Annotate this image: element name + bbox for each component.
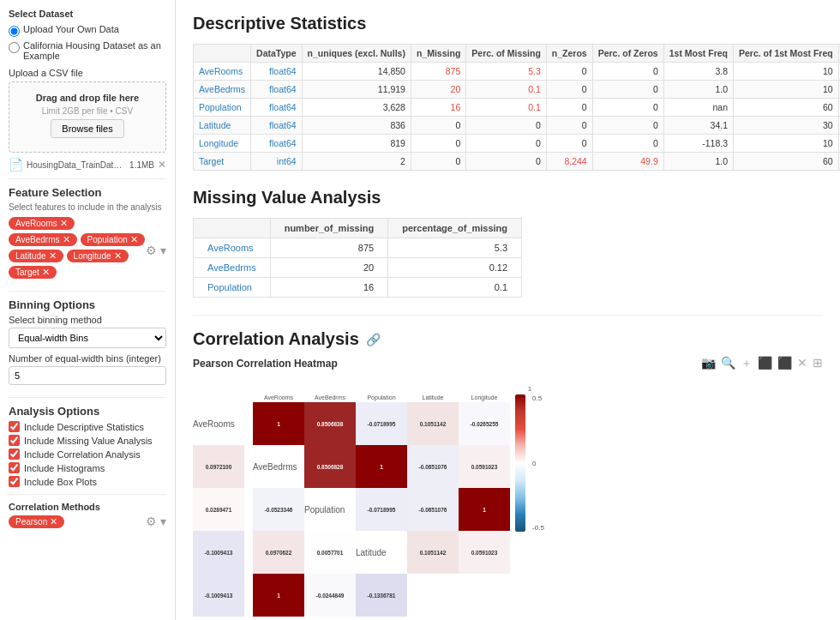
table-row: Latitudefloat64836000034.13022.533344142 bbox=[194, 117, 841, 135]
settings-icon[interactable]: ⚙ bbox=[146, 244, 157, 257]
table-cell: 0 bbox=[546, 117, 592, 135]
binning-select-label: Select binning method bbox=[9, 315, 166, 325]
table-cell: float64 bbox=[251, 117, 303, 135]
table-cell: Longitude bbox=[194, 135, 251, 153]
select-dataset-label: Select Dataset bbox=[9, 9, 166, 19]
table-row: Targetint642008,24449.91.0600.00111 bbox=[194, 153, 841, 171]
corr-chevron-icon[interactable]: ▾ bbox=[160, 515, 166, 528]
heatmap-cell-2-5: 0.0057701 bbox=[304, 531, 356, 574]
colorbar-zero: 0 bbox=[532, 460, 544, 467]
tag-latitude[interactable]: Latitude✕ bbox=[9, 250, 63, 262]
checkbox-4[interactable] bbox=[9, 476, 20, 487]
table-cell: 0 bbox=[546, 135, 592, 153]
table-cell: float64 bbox=[251, 99, 303, 117]
colorbar-labels: 0.5 0 -0.5 bbox=[532, 394, 544, 532]
binning-title: Binning Options bbox=[9, 298, 166, 311]
table-cell: 0 bbox=[592, 135, 663, 153]
table-cell: 5.3 bbox=[388, 238, 522, 258]
table-cell: 836 bbox=[302, 117, 411, 135]
grid-icon[interactable]: ⊞ bbox=[813, 356, 823, 371]
table-cell: 34.1 bbox=[663, 117, 733, 135]
table-cell: 60 bbox=[733, 153, 838, 171]
heatmap-title-row: Pearson Correlation Heatmap 📷 🔍 ＋ ⬛ ⬛ ✕ … bbox=[193, 356, 823, 376]
browse-button[interactable]: Browse files bbox=[51, 119, 123, 138]
tag-averooms[interactable]: AveRooms✕ bbox=[9, 217, 75, 230]
pearson-tag[interactable]: Pearson ✕ bbox=[9, 515, 64, 528]
upload-radio[interactable] bbox=[9, 26, 20, 37]
corr-methods-title: Correlation Methods bbox=[9, 502, 166, 512]
tag-population[interactable]: Population✕ bbox=[81, 233, 145, 246]
checkbox-row-2[interactable]: Include Correlation Analysis bbox=[9, 448, 166, 460]
missing-col-0: number_of_missing bbox=[270, 219, 388, 238]
checkbox-row-3[interactable]: Include Histograms bbox=[9, 462, 166, 473]
chevron-down-icon[interactable]: ▾ bbox=[160, 244, 166, 257]
file-close-icon[interactable]: ✕ bbox=[158, 159, 166, 171]
table-cell: 0 bbox=[592, 99, 663, 117]
tag-close-icon[interactable]: ✕ bbox=[49, 251, 57, 261]
checkbox-row-4[interactable]: Include Box Plots bbox=[9, 476, 166, 487]
table-cell: 10 bbox=[733, 81, 838, 99]
add-icon[interactable]: ＋ bbox=[741, 356, 753, 371]
checkbox-row-1[interactable]: Include Missing Value Analysis bbox=[9, 435, 166, 446]
pearson-close-icon[interactable]: ✕ bbox=[50, 517, 57, 527]
corr-heading-row: Correlation Analysis 🔗 bbox=[193, 329, 823, 349]
drop-zone[interactable]: Drag and drop file here Limit 2GB per fi… bbox=[9, 81, 166, 153]
heatmap-cell-2-1: -0.0651076 bbox=[407, 488, 459, 531]
tags-row: AveRooms✕AveBedrms✕Population✕Latitude✕L… bbox=[9, 217, 166, 284]
stats-col-5: Perc. of Zeros bbox=[592, 45, 663, 63]
tags-container: AveRooms✕AveBedrms✕Population✕Latitude✕L… bbox=[9, 217, 146, 279]
table-row: Populationfloat643,628160.100nan603.0861… bbox=[194, 99, 841, 117]
table-cell: 14,850 bbox=[302, 63, 411, 81]
heatmap-cell-0-0: 1 bbox=[253, 402, 304, 445]
table-cell: 30 bbox=[733, 117, 838, 135]
upload-option[interactable]: Upload Your Own Data bbox=[9, 24, 166, 37]
table-cell: float64 bbox=[251, 63, 303, 81]
table-cell: 0 bbox=[592, 81, 663, 99]
stats-col-2: n_Missing bbox=[411, 45, 465, 63]
tag-target[interactable]: Target✕ bbox=[9, 266, 57, 279]
descriptive-stats-table: DataTypen_uniques (excl. Nulls)n_Missing… bbox=[193, 44, 840, 171]
checkbox-3[interactable] bbox=[9, 462, 20, 473]
checkbox-row-0[interactable]: Include Descriptive Statistics bbox=[9, 421, 166, 432]
tag-close-icon[interactable]: ✕ bbox=[63, 235, 70, 244]
table-cell: 8,244 bbox=[546, 153, 592, 171]
drop-main-text: Drag and drop file here bbox=[16, 93, 159, 103]
compare-icon[interactable]: ⬛ bbox=[777, 356, 792, 371]
sidebar: Select Dataset Upload Your Own Data Cali… bbox=[0, 0, 176, 620]
tag-longitude[interactable]: Longitude✕ bbox=[67, 250, 129, 262]
table-cell: 0.1 bbox=[388, 278, 522, 298]
missing-table-header: number_of_missingpercentage_of_missing bbox=[194, 219, 522, 238]
california-option[interactable]: California Housing Dataset as an Example bbox=[9, 40, 166, 61]
bins-input[interactable] bbox=[9, 366, 166, 385]
checkbox-0[interactable] bbox=[9, 421, 20, 432]
stats-col-3: Perc. of Missing bbox=[466, 45, 547, 63]
heatmap-cell-3-0: 0.1051142 bbox=[407, 531, 459, 574]
tag-close-icon[interactable]: ✕ bbox=[60, 219, 68, 228]
tag-close-icon[interactable]: ✕ bbox=[42, 268, 50, 277]
binning-method-select[interactable]: Equal-width Bins bbox=[9, 328, 166, 348]
tag-avebedrms[interactable]: AveBedrms✕ bbox=[9, 233, 77, 246]
camera-icon[interactable]: 📷 bbox=[701, 356, 716, 371]
download-icon[interactable]: ⬛ bbox=[758, 356, 772, 371]
zoom-icon[interactable]: 🔍 bbox=[721, 356, 735, 371]
table-cell: 0.12 bbox=[388, 258, 522, 278]
heatmap-corner bbox=[193, 376, 253, 402]
table-cell: 11,919 bbox=[302, 81, 411, 99]
heatmap-cell-1-1: 1 bbox=[356, 445, 407, 488]
checkbox-1[interactable] bbox=[9, 435, 20, 446]
table-cell: 0 bbox=[466, 135, 547, 153]
heatmap-col-label-3: Latitude bbox=[407, 376, 459, 402]
main-content: Descriptive Statistics DataTypen_uniques… bbox=[176, 0, 840, 620]
cross-icon[interactable]: ✕ bbox=[797, 356, 807, 371]
heatmap-cell-3-1: 0.0591023 bbox=[459, 531, 510, 574]
heatmap-title: Pearson Correlation Heatmap bbox=[193, 358, 338, 370]
colorbar-mid: 0.5 bbox=[532, 394, 544, 402]
checkbox-2[interactable] bbox=[9, 448, 20, 460]
tags-actions: ⚙ ▾ bbox=[146, 244, 166, 257]
table-cell: 0 bbox=[546, 63, 592, 81]
corr-settings-icon[interactable]: ⚙ bbox=[146, 515, 157, 528]
tag-close-icon[interactable]: ✕ bbox=[114, 251, 122, 261]
table-cell: 10 bbox=[733, 135, 838, 153]
tag-close-icon[interactable]: ✕ bbox=[130, 235, 138, 244]
california-radio[interactable] bbox=[9, 42, 20, 53]
